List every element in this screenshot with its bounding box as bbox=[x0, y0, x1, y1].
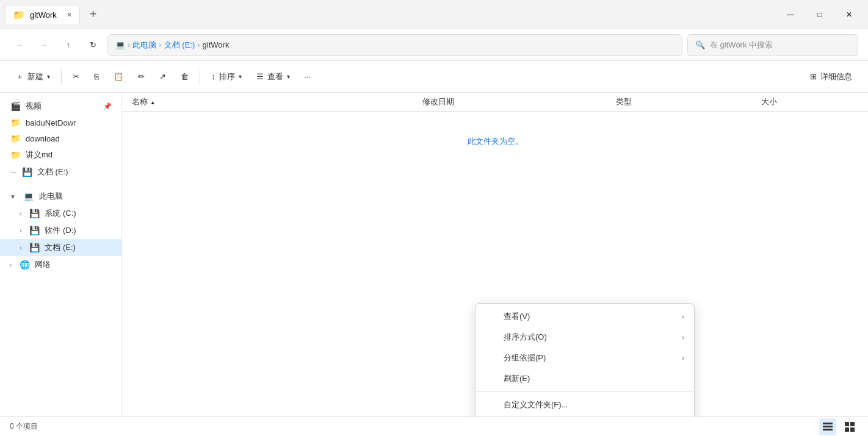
baidu-folder-icon: 📁 bbox=[10, 118, 21, 127]
sidebar-label-edrive: 文档 (E:) bbox=[37, 166, 68, 177]
sort-button[interactable]: ↕ 排序 ▾ bbox=[205, 68, 248, 86]
cm-sort[interactable]: 排序方式(O) › bbox=[476, 327, 694, 348]
sort-dropdown-icon: ▾ bbox=[239, 73, 242, 80]
svg-rect-11 bbox=[845, 422, 849, 426]
expand-icon-ddrive: › bbox=[20, 227, 21, 234]
tab-close-button[interactable]: ✕ bbox=[67, 11, 72, 19]
tab-area: 📁 gitWork ✕ + bbox=[5, 5, 776, 24]
sidebar-label-ddrive: 软件 (D:) bbox=[45, 225, 76, 236]
sidebar-item-edrive[interactable]: — 💾 文档 (E:) bbox=[0, 163, 121, 180]
new-label: 新建 bbox=[27, 71, 43, 82]
minimize-button[interactable]: — bbox=[776, 5, 805, 24]
computer-icon: 💻 bbox=[115, 40, 125, 49]
cm-refresh[interactable]: 刷新(E) bbox=[476, 368, 694, 389]
tab-gitwork[interactable]: 📁 gitWork ✕ bbox=[5, 5, 80, 24]
network-icon: 🌐 bbox=[19, 260, 30, 270]
cm-view-label: 查看(V) bbox=[504, 311, 530, 322]
cm-view-arrow: › bbox=[682, 313, 684, 320]
lecture-folder-icon: 📁 bbox=[10, 150, 21, 160]
sidebar-label-video: 视频 bbox=[26, 101, 42, 112]
sidebar-item-lecture[interactable]: 📁 讲义md bbox=[0, 146, 121, 163]
cut-button[interactable]: ✂ bbox=[67, 68, 85, 85]
detail-label: 详细信息 bbox=[820, 71, 852, 82]
cm-view[interactable]: 查看(V) › bbox=[476, 306, 694, 327]
back-button[interactable]: ← bbox=[10, 35, 29, 55]
delete-button[interactable]: 🗑 bbox=[175, 68, 195, 85]
cm-group[interactable]: 分组依据(P) › bbox=[476, 348, 694, 368]
list-view-button[interactable] bbox=[819, 418, 836, 435]
toolbar: ＋ 新建 ▾ ✂ ⎘ 📋 ✏ ↗ 🗑 ↕ 排序 ▾ ☰ 查看 ▾ ··· ⊞ 详… bbox=[0, 61, 868, 93]
view-button[interactable]: ☰ 查看 ▾ bbox=[250, 68, 296, 86]
sidebar-item-baidu[interactable]: 📁 baiduNetDowr bbox=[0, 115, 121, 130]
sidebar-label-computer: 此电脑 bbox=[39, 191, 63, 202]
edrive-icon: 💾 bbox=[21, 167, 32, 177]
new-tab-button[interactable]: + bbox=[85, 5, 102, 24]
sidebar-item-network[interactable]: › 🌐 网络 bbox=[0, 256, 121, 273]
search-bar[interactable]: 🔍 在 gitWork 中搜索 bbox=[687, 34, 858, 56]
header-date[interactable]: 修改日期 bbox=[422, 96, 616, 107]
cm-custom-label: 自定义文件夹(F)... bbox=[504, 399, 568, 410]
statusbar-right bbox=[819, 418, 858, 435]
addressbar: ← → ↑ ↻ 💻 › 此电脑 › 文档 (E:) › gitWork 🔍 在 … bbox=[0, 29, 868, 61]
bc-drive[interactable]: 文档 (E:) bbox=[164, 40, 195, 51]
header-type[interactable]: 类型 bbox=[616, 96, 761, 107]
sidebar-item-cdrive[interactable]: › 💾 系统 (C:) bbox=[0, 205, 121, 222]
maximize-button[interactable]: □ bbox=[806, 5, 834, 24]
up-button[interactable]: ↑ bbox=[59, 35, 78, 55]
copy-icon: ⎘ bbox=[94, 72, 99, 81]
status-count: 0 个项目 bbox=[10, 421, 38, 432]
header-name[interactable]: 名称 ▲ bbox=[132, 96, 422, 107]
sidebar-item-download[interactable]: 📁 download bbox=[0, 130, 121, 146]
statusbar: 0 个项目 bbox=[0, 416, 868, 436]
cm-group-icon bbox=[485, 352, 497, 364]
rename-button[interactable]: ✏ bbox=[132, 68, 151, 85]
header-size[interactable]: 大小 bbox=[761, 96, 858, 107]
sidebar-item-edrive2[interactable]: › 💾 文档 (E:) bbox=[0, 239, 121, 256]
edrive2-icon: 💾 bbox=[29, 243, 40, 252]
cm-custom[interactable]: 自定义文件夹(F)... bbox=[476, 395, 694, 415]
view-dropdown-icon: ▾ bbox=[287, 73, 290, 80]
expand-icon-cdrive: › bbox=[20, 210, 21, 217]
sidebar: 🎬 视频 📌 📁 baiduNetDowr 📁 download 📁 讲义md … bbox=[0, 93, 122, 416]
more-button[interactable]: ··· bbox=[298, 68, 317, 85]
copy-button[interactable]: ⎘ bbox=[88, 68, 105, 85]
cm-refresh-label: 刷新(E) bbox=[504, 373, 530, 384]
toolbar-separator-1 bbox=[61, 70, 62, 84]
breadcrumb[interactable]: 💻 › 此电脑 › 文档 (E:) › gitWork bbox=[107, 34, 682, 56]
cm-refresh-icon bbox=[485, 373, 497, 385]
share-button[interactable]: ↗ bbox=[153, 68, 172, 85]
pin-icon: 📌 bbox=[103, 102, 112, 110]
new-dropdown-icon: ▾ bbox=[47, 73, 50, 80]
ddrive-icon: 💾 bbox=[29, 226, 40, 235]
new-button[interactable]: ＋ 新建 ▾ bbox=[10, 68, 56, 86]
bc-computer[interactable]: 此电脑 bbox=[132, 40, 156, 51]
refresh-button[interactable]: ↻ bbox=[83, 35, 103, 55]
titlebar: 📁 gitWork ✕ + — □ ✕ bbox=[0, 0, 868, 29]
sidebar-item-video[interactable]: 🎬 视频 📌 bbox=[0, 98, 121, 115]
sort-label: 排序 bbox=[219, 71, 235, 82]
svg-rect-12 bbox=[850, 422, 855, 426]
close-button[interactable]: ✕ bbox=[835, 5, 863, 24]
paste-icon: 📋 bbox=[114, 72, 123, 81]
cut-icon: ✂ bbox=[73, 72, 79, 81]
rename-icon: ✏ bbox=[138, 72, 145, 81]
sidebar-label-download: download bbox=[26, 134, 60, 143]
new-icon: ＋ bbox=[16, 71, 24, 82]
computer-icon: 💻 bbox=[23, 191, 34, 201]
svg-rect-8 bbox=[823, 423, 833, 424]
detail-button[interactable]: ⊞ 详细信息 bbox=[804, 68, 858, 86]
svg-rect-14 bbox=[850, 427, 855, 432]
cm-custom-icon bbox=[485, 399, 497, 411]
forward-button[interactable]: → bbox=[34, 35, 54, 55]
window-controls: — □ ✕ bbox=[776, 5, 863, 24]
delete-icon: 🗑 bbox=[181, 72, 189, 81]
sidebar-item-ddrive[interactable]: › 💾 软件 (D:) bbox=[0, 222, 121, 239]
sidebar-item-computer[interactable]: ▼ 💻 此电脑 bbox=[0, 188, 121, 205]
download-folder-icon: 📁 bbox=[10, 134, 21, 143]
svg-rect-9 bbox=[823, 426, 833, 427]
sidebar-label-cdrive: 系统 (C:) bbox=[45, 208, 76, 219]
cdrive-icon: 💾 bbox=[29, 209, 40, 218]
paste-button[interactable]: 📋 bbox=[107, 68, 129, 85]
grid-view-button[interactable] bbox=[841, 418, 858, 435]
tab-folder-icon: 📁 bbox=[13, 9, 25, 21]
